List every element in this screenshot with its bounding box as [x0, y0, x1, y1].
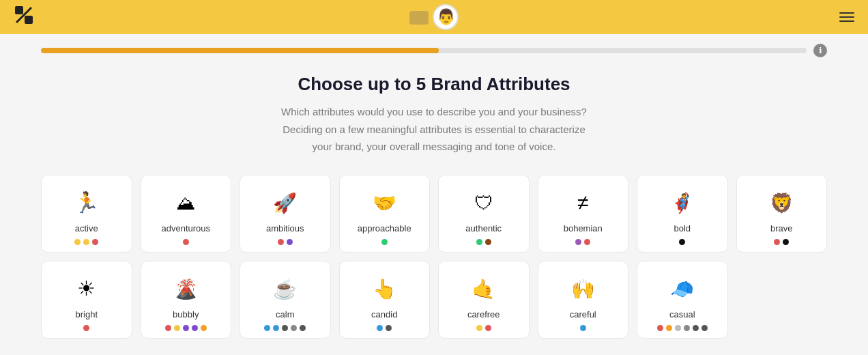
color-dot	[83, 239, 89, 245]
card-calm[interactable]: calm	[240, 261, 331, 339]
carefree-label: carefree	[467, 309, 500, 320]
bold-icon	[670, 185, 694, 219]
color-dot	[377, 325, 383, 331]
card-adventurous[interactable]: adventurous	[141, 175, 232, 253]
bright-icon	[77, 271, 96, 305]
card-active[interactable]: active	[41, 175, 132, 253]
svg-rect-0	[15, 6, 23, 14]
card-bubbly[interactable]: bubbly	[141, 261, 232, 339]
brave-label: brave	[770, 223, 793, 233]
color-dot	[476, 239, 482, 245]
careful-dots	[580, 325, 586, 331]
color-dot	[679, 239, 685, 245]
color-dot	[381, 239, 388, 245]
color-dot	[278, 239, 284, 245]
bright-label: bright	[75, 309, 98, 320]
color-dot	[83, 325, 89, 331]
color-dot	[684, 325, 690, 331]
speech-bubble	[409, 11, 429, 25]
color-dot	[675, 325, 681, 331]
header: 👨	[0, 0, 868, 34]
brave-icon	[770, 185, 794, 219]
approachable-label: approachable	[358, 223, 411, 233]
card-ambitious[interactable]: ambitious	[240, 175, 331, 253]
candid-icon	[373, 271, 396, 305]
page-title: Choose up to 5 Brand Attributes	[41, 74, 827, 95]
bubbly-label: bubbly	[173, 309, 199, 320]
bright-dots	[83, 325, 89, 331]
color-dot	[201, 325, 207, 331]
color-dot	[273, 325, 279, 331]
ambitious-dots	[278, 239, 293, 245]
color-dot	[183, 239, 189, 245]
progress-bar-fill	[41, 48, 439, 53]
svg-rect-1	[25, 16, 33, 24]
bold-dots	[679, 239, 685, 245]
color-dot	[774, 239, 780, 245]
approachable-icon	[373, 185, 396, 219]
careful-label: careful	[570, 309, 596, 320]
card-bold[interactable]: bold	[637, 175, 728, 253]
adventurous-label: adventurous	[161, 223, 210, 233]
avatar: 👨	[433, 4, 459, 30]
active-icon	[74, 185, 99, 219]
active-label: active	[75, 223, 98, 233]
casual-icon	[670, 271, 694, 305]
menu-icon[interactable]	[839, 12, 854, 22]
info-icon[interactable]: ℹ	[813, 44, 827, 57]
carefree-dots	[476, 325, 491, 331]
authentic-dots	[476, 239, 491, 245]
color-dot	[476, 325, 482, 331]
color-dot	[657, 325, 663, 331]
color-dot	[165, 325, 171, 331]
logo-icon[interactable]	[14, 5, 34, 29]
card-candid[interactable]: candid	[339, 261, 431, 339]
candid-dots	[377, 325, 392, 331]
card-bohemian[interactable]: bohemian	[538, 175, 629, 253]
color-dot	[92, 239, 98, 245]
color-dot	[183, 325, 189, 331]
approachable-dots	[381, 239, 388, 245]
adventurous-icon	[176, 185, 195, 219]
main-content: Choose up to 5 Brand Attributes Which at…	[0, 60, 868, 355]
color-dot	[580, 325, 586, 331]
card-careful[interactable]: careful	[538, 261, 629, 339]
color-dot	[485, 239, 491, 245]
color-dot	[783, 239, 789, 245]
casual-label: casual	[669, 309, 695, 320]
color-dot	[291, 325, 297, 331]
color-dot	[693, 325, 699, 331]
carefree-icon	[472, 271, 495, 305]
attributes-grid: activeadventurousambitiousapproachableau…	[41, 175, 827, 339]
ambitious-icon	[273, 185, 297, 219]
bubbly-dots	[165, 325, 207, 331]
color-dot	[192, 325, 198, 331]
authentic-icon	[474, 185, 493, 219]
page-subtitle: Which attributes would you use to descri…	[41, 103, 827, 156]
active-dots	[74, 239, 98, 245]
color-dot	[287, 239, 293, 245]
color-dot	[300, 325, 306, 331]
card-casual[interactable]: casual	[637, 261, 728, 339]
color-dot	[282, 325, 288, 331]
color-dot	[74, 239, 81, 245]
color-dot	[174, 325, 180, 331]
color-dot	[264, 325, 270, 331]
color-dot	[584, 239, 590, 245]
progress-bar-background	[41, 48, 807, 53]
brave-dots	[774, 239, 789, 245]
card-authentic[interactable]: authentic	[438, 175, 530, 253]
card-carefree[interactable]: carefree	[438, 261, 530, 339]
color-dot	[575, 239, 581, 245]
color-dot	[701, 325, 708, 331]
bohemian-dots	[575, 239, 590, 245]
card-brave[interactable]: brave	[736, 175, 828, 253]
color-dot	[386, 325, 392, 331]
ambitious-label: ambitious	[266, 223, 304, 233]
card-approachable[interactable]: approachable	[339, 175, 431, 253]
bubbly-icon	[174, 271, 198, 305]
bold-label: bold	[674, 223, 691, 233]
user-avatar: 👨	[409, 4, 459, 30]
card-bright[interactable]: bright	[41, 261, 132, 339]
authentic-label: authentic	[465, 223, 502, 233]
